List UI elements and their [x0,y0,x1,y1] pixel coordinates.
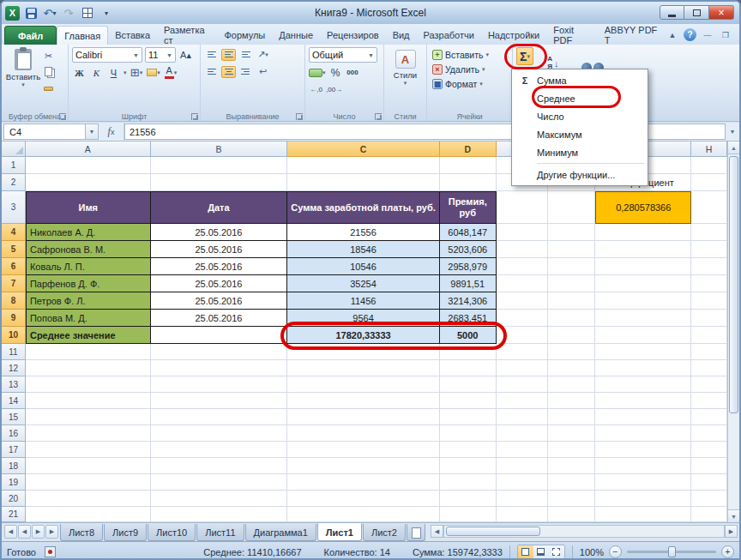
cell-E3[interactable] [497,191,548,224]
insert-function-button[interactable]: fx [99,123,124,141]
cell-F6[interactable] [548,258,596,275]
cell-C13[interactable] [287,376,440,393]
column-header-B[interactable]: B [151,142,288,157]
menu-item-count[interactable]: Число [513,107,647,125]
cell-A1[interactable] [26,157,151,174]
fill-color-button[interactable]: ▾ [147,65,161,80]
sheet-tab-list11[interactable]: Лист11 [196,524,244,541]
cell-C5[interactable]: 18546 [287,241,440,258]
cell-A7[interactable]: Парфенов Д. Ф. [26,275,151,292]
cell-E17[interactable] [497,442,548,458]
cell-E15[interactable] [497,409,548,425]
menu-item-average[interactable]: Среднее [513,89,647,107]
cell-C3[interactable]: Сумма заработной платы, руб. [287,191,440,224]
tab-insert[interactable]: Вставка [108,26,157,45]
cell-A17[interactable] [26,442,151,458]
cell-B11[interactable] [151,344,288,360]
accounting-format-button[interactable]: ▾ [309,65,326,80]
cell-H15[interactable] [691,409,727,425]
cell-C11[interactable] [287,344,440,360]
cell-B21[interactable] [151,507,288,522]
cell-E14[interactable] [497,393,548,409]
cell-A14[interactable] [26,393,151,409]
autosum-button[interactable]: Σ ▾ [516,47,533,65]
cell-G10[interactable] [595,327,691,344]
scroll-left-icon[interactable]: ◀ [431,525,443,538]
cell-C12[interactable] [287,360,440,376]
cell-B8[interactable]: 25.05.2016 [151,292,288,310]
underline-button[interactable]: Ч [106,65,121,80]
cell-E19[interactable] [497,474,548,491]
column-header-A[interactable]: A [26,142,151,157]
next-sheet-icon[interactable]: ▶ [32,525,45,539]
cell-D18[interactable] [440,458,497,474]
tab-foxit[interactable]: Foxit PDF [546,26,598,45]
cell-B7[interactable]: 25.05.2016 [151,275,288,292]
scroll-right-icon[interactable]: ▶ [725,525,738,538]
scroll-down-icon[interactable]: ▼ [728,509,739,522]
cell-C8[interactable]: 11456 [287,292,440,310]
cell-F20[interactable] [548,491,596,507]
cell-B10[interactable] [151,327,288,344]
row-header-1[interactable]: 1 [2,157,26,174]
bold-button[interactable]: Ж [72,65,87,80]
align-bottom-button[interactable] [238,49,253,61]
workbook-minimize-icon[interactable]: — [701,29,714,41]
cell-C21[interactable] [287,507,440,522]
tab-abbyy[interactable]: ABBYY PDF T [598,26,666,45]
cell-A3[interactable]: Имя [26,191,151,224]
cell-G21[interactable] [595,507,691,522]
tab-view[interactable]: Вид [386,26,417,45]
cell-F11[interactable] [548,344,596,360]
row-header-7[interactable]: 7 [2,275,26,292]
cell-C14[interactable] [287,393,440,409]
cell-C9[interactable]: 9564 [287,310,440,327]
cell-B18[interactable] [151,458,288,474]
cell-A13[interactable] [26,376,151,393]
zoom-level[interactable]: 100% [580,547,604,557]
column-header-D[interactable]: D [440,142,497,157]
align-left-button[interactable] [204,66,219,78]
collapse-ribbon-icon[interactable]: ▲ [666,29,679,41]
cell-E7[interactable] [497,275,548,292]
row-header-11[interactable]: 11 [2,344,26,360]
row-header-12[interactable]: 12 [2,360,26,376]
cell-E6[interactable] [497,258,548,275]
cell-B16[interactable] [151,425,288,442]
format-painter-button[interactable] [41,80,56,94]
cell-H3[interactable] [691,191,727,224]
sheet-tab-list8[interactable]: Лист8 [60,524,103,541]
cell-B17[interactable] [151,442,288,458]
maximize-button[interactable] [684,5,709,20]
horizontal-scrollbar-thumb[interactable] [446,527,540,536]
cell-F17[interactable] [548,442,596,458]
row-header-3[interactable]: 3 [2,191,26,224]
cell-D8[interactable]: 3214,306 [440,292,497,310]
cell-F18[interactable] [548,458,596,474]
page-layout-view-button[interactable] [533,545,549,559]
cell-A2[interactable] [26,174,151,191]
cell-D21[interactable] [440,507,497,522]
cell-B2[interactable] [151,174,288,191]
prev-sheet-icon[interactable]: ◀ [18,525,31,539]
zoom-slider[interactable] [627,551,716,553]
cell-G3[interactable]: 0,280578366 [595,191,691,224]
cell-B13[interactable] [151,376,288,393]
cell-A15[interactable] [26,409,151,425]
cell-E13[interactable] [497,376,548,393]
customize-grid-button[interactable] [80,5,95,21]
cell-G11[interactable] [595,344,691,360]
cell-C6[interactable]: 10546 [287,258,440,275]
increase-decimal-button[interactable]: ←,0 [309,82,323,97]
cell-E20[interactable] [497,491,548,507]
cell-B12[interactable] [151,360,288,376]
cell-H16[interactable] [691,425,727,442]
font-color-button[interactable]: А▾ [164,65,178,80]
cell-F10[interactable] [548,327,596,344]
row-header-16[interactable]: 16 [2,425,26,442]
cell-H14[interactable] [691,393,727,409]
cell-D13[interactable] [440,376,497,393]
redo-button[interactable]: ↷ [61,5,76,21]
cell-C16[interactable] [287,425,440,442]
cell-C4[interactable]: 21556 [287,224,440,241]
